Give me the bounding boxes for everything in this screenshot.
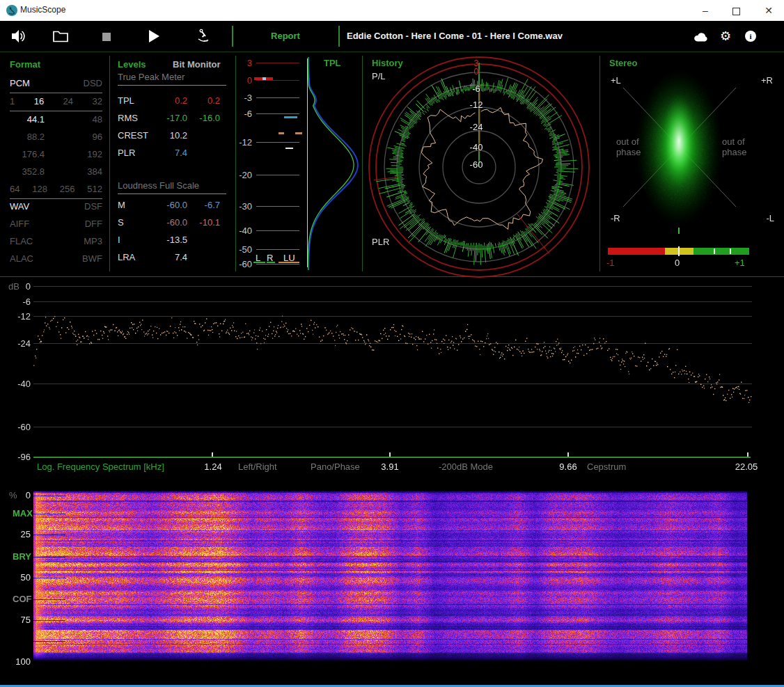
sgram-marker-cof: COF xyxy=(13,594,31,604)
meter-tick--40: -40 xyxy=(235,226,252,236)
container-wav: WAV xyxy=(10,201,29,212)
gear-icon[interactable]: ⚙ xyxy=(720,29,731,44)
cloud-icon[interactable] xyxy=(693,31,710,45)
bits-16: 16 xyxy=(34,96,44,106)
container-dff: DFF xyxy=(85,219,102,229)
dsd-128: 128 xyxy=(32,184,47,194)
corner-minus-l: -L xyxy=(766,213,774,223)
true-peak-meter-panel: 3 0 -3 -6 -12 -20 -30 -40 -50 -60 xyxy=(235,52,362,278)
sgram-tick-50: 50 xyxy=(13,572,31,583)
sgram-tick-100: 100 xyxy=(13,656,31,667)
out-of-phase-left: out ofphase xyxy=(616,136,641,157)
lu-mark-right xyxy=(295,132,302,134)
speaker-icon[interactable] xyxy=(11,29,28,46)
corner-minus-r: -R xyxy=(611,213,620,223)
rms-mark-blue xyxy=(284,116,297,118)
toolbar: Report Eddie Cotton - Here I Come - 01 -… xyxy=(0,21,784,52)
corr-label-plus1: +1 xyxy=(735,258,745,268)
bits-32: 32 xyxy=(93,96,102,106)
meter-line xyxy=(256,249,299,250)
s-label: S xyxy=(118,217,124,228)
sgram-tick-75: 75 xyxy=(13,615,31,625)
container-dsf: DSF xyxy=(84,201,102,212)
minimize-button[interactable]: – xyxy=(693,0,717,21)
s-min: -60.0 xyxy=(146,217,187,228)
stereo-panel: Stereo +L +R -R -L out ofphase out ofpha… xyxy=(599,52,784,278)
mode-pano-phase[interactable]: Pano/Phase xyxy=(311,461,360,472)
plr-label: PLR xyxy=(118,148,135,158)
rms-label: RMS xyxy=(118,113,138,123)
i-value: -13.5 xyxy=(146,235,187,245)
app-icon xyxy=(6,5,17,16)
bit-monitor-button[interactable]: Bit Monitor xyxy=(173,59,221,70)
s-value: -10.1 xyxy=(187,217,220,228)
spectrum-ytick--24: -24 xyxy=(8,338,31,349)
format-panel: Format PCM DSD 1 16 24 32 44.148 88.296 … xyxy=(0,52,109,278)
divider xyxy=(118,194,226,194)
microscope-icon[interactable] xyxy=(196,29,211,47)
divider xyxy=(10,93,102,93)
history-panel: History P/L PLR 3 0 -6 -12 -24 -40 -60 xyxy=(362,52,599,278)
toolbar-separator xyxy=(338,26,340,47)
top-panels: Format PCM DSD 1 16 24 32 44.148 88.296 … xyxy=(0,52,784,278)
spectrum-xtick-22-05: 22.05 xyxy=(732,461,760,472)
rate-88-2: 88.2 xyxy=(10,132,45,142)
format-dsd: DSD xyxy=(84,78,102,88)
dsd-64: 64 xyxy=(10,184,19,194)
crest-value: 10.2 xyxy=(146,130,187,141)
spectrum-xtick-1-24: 1.24 xyxy=(202,461,224,472)
mode-200db[interactable]: -200dB Mode xyxy=(439,461,493,472)
meter-line xyxy=(256,175,299,175)
spectrum-ytick--60: -60 xyxy=(8,422,31,432)
mode-cepstrum[interactable]: Cepstrum xyxy=(587,461,626,472)
peak-hold-marker xyxy=(262,77,266,80)
container-flac: FLAC xyxy=(10,236,33,246)
format-pcm: PCM xyxy=(10,78,30,88)
musicscope-window: MusicScope – ✕ Report Eddie Cotton - Her… xyxy=(0,0,784,687)
meter-line xyxy=(256,264,299,264)
m-min: -60.0 xyxy=(146,200,187,210)
meter-tick--6: -6 xyxy=(235,109,252,119)
window-title: MusicScope xyxy=(20,5,65,15)
divider xyxy=(10,111,102,111)
meter-title: TPL xyxy=(324,58,341,68)
loaded-filename: Eddie Cotton - Here I Come - 01 - Here I… xyxy=(347,31,563,41)
folder-open-icon[interactable] xyxy=(53,31,68,45)
spectrum-xtick-9-66: 9.66 xyxy=(557,461,579,472)
rate-192: 192 xyxy=(87,149,102,159)
meter-tick-3: 3 xyxy=(235,58,252,68)
corner-plus-r: +R xyxy=(761,75,773,86)
plr-value: 7.4 xyxy=(146,148,187,158)
history-tick--12: -12 xyxy=(362,100,590,110)
tpl-label: TPL xyxy=(118,95,134,106)
container-mp3: MP3 xyxy=(84,236,102,246)
history-tick--40: -40 xyxy=(362,142,590,152)
rate-44-1: 44.1 xyxy=(10,114,45,125)
play-button[interactable] xyxy=(149,30,159,42)
rate-96: 96 xyxy=(93,132,102,142)
meter-tick--3: -3 xyxy=(235,93,252,103)
corner-plus-l: +L xyxy=(611,75,621,86)
levels-panel: Levels Bit Monitor True Peak Meter TPL0.… xyxy=(109,52,235,278)
maximize-button[interactable] xyxy=(724,0,748,21)
legend-underline-r xyxy=(267,262,275,263)
stop-button[interactable] xyxy=(102,33,111,41)
correlation-bar-green xyxy=(693,248,749,255)
spectrum-mode-log-freq[interactable]: Log. Frequency Spectrum [kHz] xyxy=(37,461,164,472)
spectrum-ytick--40: -40 xyxy=(8,379,31,389)
m-label: M xyxy=(118,200,125,210)
history-plr-label: PLR xyxy=(372,237,389,247)
close-button[interactable]: ✕ xyxy=(757,0,781,21)
report-button[interactable]: Report xyxy=(256,31,315,41)
mode-left-right[interactable]: Left/Right xyxy=(238,461,277,472)
bits-1: 1 xyxy=(10,96,15,106)
rate-384: 384 xyxy=(87,166,102,177)
info-icon[interactable]: i xyxy=(745,31,756,42)
container-alac: ALAC xyxy=(10,253,33,264)
meter-line xyxy=(256,142,299,143)
tpl-left: 0.2 xyxy=(146,95,187,106)
correlation-tick xyxy=(714,248,715,254)
titlebar: MusicScope – ✕ xyxy=(0,0,784,21)
sgram-tick-25: 25 xyxy=(13,529,31,539)
meter-tick--30: -30 xyxy=(235,201,252,212)
